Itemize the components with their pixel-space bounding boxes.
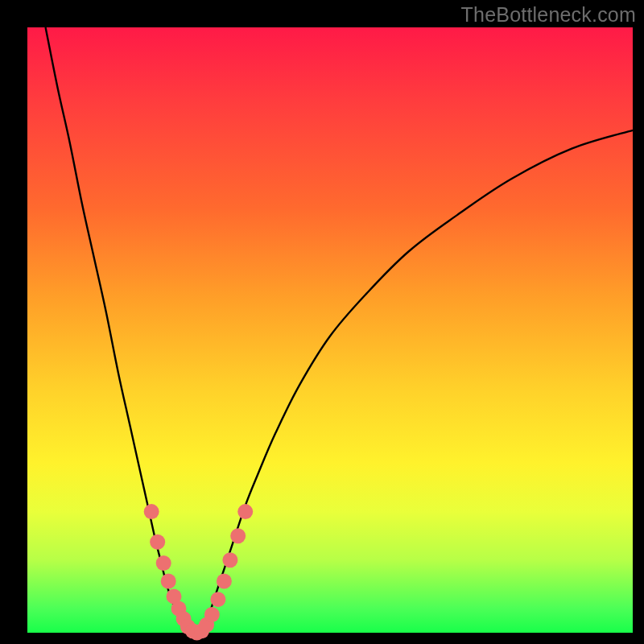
- data-marker: [156, 555, 171, 571]
- curve-right-branch: [197, 130, 633, 633]
- curve-markers: [144, 504, 254, 640]
- data-marker: [217, 574, 232, 589]
- chart-frame: TheBottleneck.com: [0, 0, 644, 644]
- plot-area: [27, 27, 633, 633]
- data-marker: [230, 528, 246, 543]
- data-marker: [150, 535, 165, 550]
- data-marker: [237, 504, 253, 519]
- curve-svg: [27, 27, 633, 633]
- data-marker: [204, 607, 220, 622]
- data-marker: [210, 592, 225, 607]
- watermark-text: TheBottleneck.com: [461, 3, 636, 27]
- data-marker: [222, 552, 237, 568]
- data-marker: [161, 574, 176, 589]
- curve-left-branch: [46, 27, 197, 633]
- data-marker: [144, 504, 159, 519]
